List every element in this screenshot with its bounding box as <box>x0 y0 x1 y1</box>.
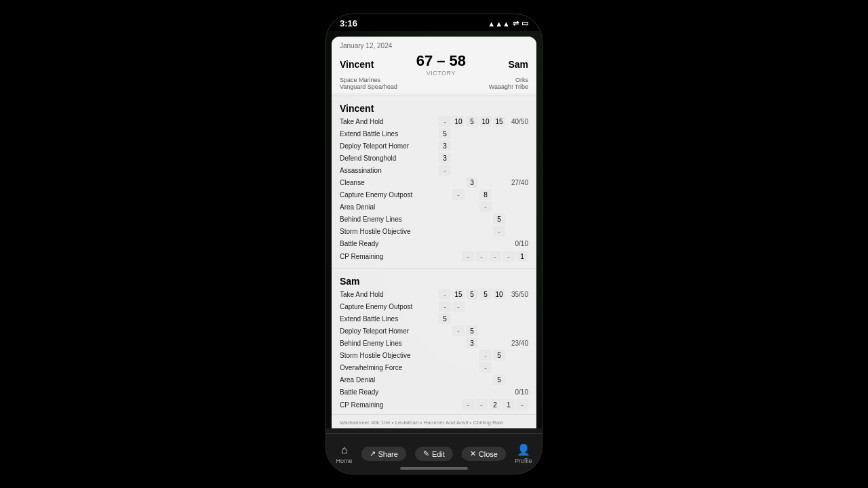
main-content: January 12, 2024 Vincent 67 – 58 VICTORY… <box>326 31 542 428</box>
list-item: Deploy Teleport Homer - 5 <box>337 325 531 337</box>
divider-1 <box>332 96 536 96</box>
share-icon: ↗ <box>370 449 376 458</box>
divider-2 <box>332 268 536 269</box>
storm-hostile-label: Storm Hostile Objective <box>340 228 439 235</box>
card-footer: Warhammer 40k 10e • Leviathan • Hammer A… <box>332 414 536 428</box>
tah-v0: - <box>439 116 451 127</box>
list-item: Cleanse 3 27/40 <box>337 176 531 188</box>
player2-name: Sam <box>508 59 528 70</box>
signal-icon: ▲▲▲ <box>488 20 510 28</box>
player1-name: Vincent <box>340 59 374 70</box>
status-bar: 3:16 ▲▲▲ ⇌ ▭ <box>326 14 542 31</box>
list-item: Assassination - <box>337 164 531 176</box>
vincent-storm-hostile-row: Storm Hostile Objective - <box>337 225 531 237</box>
result-badge: VICTORY <box>416 70 466 77</box>
nav-profile[interactable]: 👤 Profile <box>515 443 532 464</box>
tah-label: Take And Hold <box>340 118 439 125</box>
edit-icon: ✎ <box>423 449 429 458</box>
sam-section: Sam Take And Hold - 15 5 5 10 35/50 <box>332 272 536 414</box>
player1-faction: Space Marines Vanguard Spearhead <box>340 77 397 90</box>
tah-v2: 5 <box>466 116 478 127</box>
status-icons: ▲▲▲ ⇌ ▭ <box>488 19 528 28</box>
phone-frame: 3:16 ▲▲▲ ⇌ ▭ January 12, 2024 Vincent 67… <box>326 14 542 474</box>
list-item: Behind Enemy Lines 3 23/40 <box>337 337 531 349</box>
list-item: Defend Stronghold 3 <box>337 152 531 164</box>
list-item: Extend Battle Lines 5 <box>337 127 531 140</box>
list-item: Capture Enemy Outpost - - <box>337 300 531 312</box>
tah-v4: 15 <box>493 116 505 127</box>
game-card: January 12, 2024 Vincent 67 – 58 VICTORY… <box>332 37 536 428</box>
nav-edit-button[interactable]: ✎ Edit <box>415 447 453 461</box>
list-item: Capture Enemy Outpost - 8 <box>337 188 531 201</box>
tah-values: - 10 5 10 15 <box>439 116 505 127</box>
card-header: January 12, 2024 Vincent 67 – 58 VICTORY… <box>332 37 536 93</box>
sam-cp-remaining: CP Remaining - - 2 1 - <box>332 398 536 414</box>
faction-row: Space Marines Vanguard Spearhead Orks Wa… <box>340 77 528 90</box>
sam-take-and-hold: Take And Hold - 15 5 5 10 35/50 <box>332 288 536 300</box>
sam-storm-hostile-label: Storm Hostile Objective <box>340 352 439 359</box>
val: 5 <box>439 128 451 139</box>
vincent-section: Vincent Take And Hold - 10 5 10 15 40/50 <box>332 99 536 266</box>
sam-header: Sam <box>332 272 536 288</box>
game-date: January 12, 2024 <box>340 42 528 49</box>
vincent-header: Vincent <box>332 99 536 115</box>
list-item: Overwhelming Force - <box>337 361 531 373</box>
list-item: Area Denial - <box>337 201 531 213</box>
home-icon: ⌂ <box>341 444 348 456</box>
sam-storm-hostile-row: Storm Hostile Objective - 5 <box>337 349 531 361</box>
game-info: Warhammer 40k 10e • Leviathan • Hammer A… <box>340 419 528 426</box>
list-item: Extend Battle Lines 5 <box>337 312 531 325</box>
nav-home[interactable]: ⌂ Home <box>336 444 353 464</box>
tah-v1: 10 <box>452 116 465 127</box>
battery-icon: ▭ <box>521 19 528 28</box>
time: 3:16 <box>340 18 357 28</box>
score-row: Vincent 67 – 58 VICTORY Sam <box>340 52 528 77</box>
sam-tah-row: Take And Hold - 15 5 5 10 35/50 <box>337 288 531 300</box>
tah-total: 40/50 <box>508 118 528 125</box>
score-center: 67 – 58 VICTORY <box>416 52 466 77</box>
nav-close-button[interactable]: ✕ Close <box>462 447 506 461</box>
vincent-take-and-hold: Take And Hold - 10 5 10 15 40/50 <box>332 115 536 127</box>
list-item: Behind Enemy Lines 5 <box>337 213 531 225</box>
sam-objectives: Capture Enemy Outpost - - Extend Battle … <box>332 300 536 386</box>
home-indicator <box>400 467 468 470</box>
list-item: Area Denial 5 <box>337 373 531 386</box>
profile-icon: 👤 <box>517 443 530 456</box>
player2-faction: Orks Waaagh! Tribe <box>489 77 528 90</box>
vincent-cp-remaining: CP Remaining - - - - 1 <box>332 249 536 266</box>
tah-v3: 10 <box>479 116 492 127</box>
vincent-battle-ready: Battle Ready 0/10 <box>332 237 536 249</box>
score-display: 67 – 58 <box>416 52 466 70</box>
wifi-icon: ⇌ <box>513 19 519 28</box>
vincent-tah-row: Take And Hold - 10 5 10 15 40/50 <box>337 115 531 127</box>
sam-battle-ready: Battle Ready 0/10 <box>332 386 536 398</box>
vincent-objectives: Extend Battle Lines 5 Deploy Teleport Ho… <box>332 127 536 237</box>
list-item: Deploy Teleport Homer 3 <box>337 140 531 152</box>
nav-share-button[interactable]: ↗ Share <box>361 447 406 461</box>
close-icon: ✕ <box>470 449 476 458</box>
